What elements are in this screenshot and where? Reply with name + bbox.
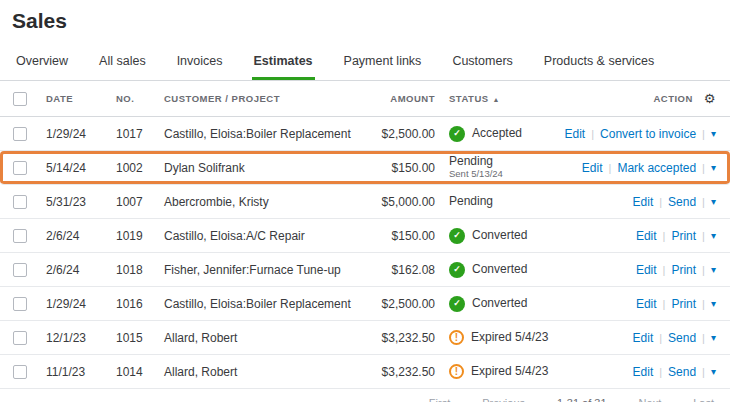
row-actions: Edit|Print|▾ [565,263,730,277]
action-separator: | [663,264,666,276]
action-dropdown-caret-icon[interactable]: ▾ [711,366,716,377]
row-amount: $2,500.00 [360,297,445,311]
action-dropdown-caret-icon[interactable]: ▾ [711,264,716,275]
tab-customers[interactable]: Customers [450,46,514,80]
converted-check-icon: ✓ [449,296,465,312]
action-send[interactable]: Send [668,331,696,345]
converted-check-icon: ✓ [449,228,465,244]
action-edit[interactable]: Edit [636,229,657,243]
action-dropdown-caret-icon[interactable]: ▾ [711,196,716,207]
row-status: ✓ Accepted [445,126,565,142]
action-separator: | [659,196,662,208]
action-print[interactable]: Print [671,263,696,277]
action-separator: | [663,298,666,310]
tab-estimates[interactable]: Estimates [252,46,315,80]
action-mark-accepted[interactable]: Mark accepted [617,161,696,175]
action-separator: | [702,298,705,310]
action-edit[interactable]: Edit [633,365,654,379]
row-checkbox[interactable] [13,161,27,175]
pagination-first[interactable]: First [429,397,450,402]
pagination-previous[interactable]: Previous [482,397,525,402]
row-checkbox[interactable] [13,195,27,209]
row-status: ✓ Converted [445,262,565,278]
tab-overview[interactable]: Overview [14,46,70,80]
pagination-range: 1-31 of 31 [557,397,607,402]
action-send[interactable]: Send [668,365,696,379]
pagination-last[interactable]: Last [693,397,714,402]
action-separator: | [663,230,666,242]
action-convert-to-invoice[interactable]: Convert to invoice [600,127,696,141]
gear-icon[interactable]: ⚙ [704,91,716,106]
row-customer: Castillo, Eloisa:Boiler Replacement [160,127,360,141]
action-edit[interactable]: Edit [636,263,657,277]
status-label: Expired 5/4/23 [471,331,548,345]
row-actions: Edit|Print|▾ [565,297,730,311]
row-date: 1/29/24 [42,297,112,311]
row-customer: Castillo, Eloisa:Boiler Replacement [160,297,360,311]
column-header-date[interactable]: DATE [42,93,112,104]
action-dropdown-caret-icon[interactable]: ▾ [711,298,716,309]
row-number: 1018 [112,263,160,277]
action-dropdown-caret-icon[interactable]: ▾ [711,332,716,343]
row-checkbox[interactable] [13,127,27,141]
column-header-customer[interactable]: CUSTOMER / PROJECT [160,93,360,104]
table-row[interactable]: 1/29/24 1016 Castillo, Eloisa:Boiler Rep… [0,287,730,321]
action-edit[interactable]: Edit [565,127,586,141]
row-actions: Edit|Print|▾ [565,229,730,243]
tab-products-services[interactable]: Products & services [542,46,656,80]
expired-warning-icon: ! [449,330,464,345]
row-number: 1017 [112,127,160,141]
action-separator: | [591,128,594,140]
action-separator: | [702,230,705,242]
row-checkbox[interactable] [13,229,27,243]
accepted-check-icon: ✓ [449,126,465,142]
row-number: 1016 [112,297,160,311]
row-number: 1019 [112,229,160,243]
status-label: Converted [472,297,527,311]
action-dropdown-caret-icon[interactable]: ▾ [711,128,716,139]
row-amount: $162.08 [360,263,445,277]
row-date: 1/29/24 [42,127,112,141]
select-all-checkbox[interactable] [13,92,27,106]
table-row[interactable]: 12/1/23 1015 Allard, Robert $3,232.50 ! … [0,321,730,355]
row-amount: $2,500.00 [360,127,445,141]
table-row[interactable]: 5/31/23 1007 Abercrombie, Kristy $5,000.… [0,185,730,219]
table-row[interactable]: 2/6/24 1018 Fisher, Jennifer:Furnace Tun… [0,253,730,287]
action-edit[interactable]: Edit [636,297,657,311]
status-label: Expired 5/4/23 [471,365,548,379]
tab-payment-links[interactable]: Payment links [342,46,424,80]
action-dropdown-caret-icon[interactable]: ▾ [711,230,716,241]
column-header-no[interactable]: NO. [112,93,160,104]
table-row[interactable]: 1/29/24 1017 Castillo, Eloisa:Boiler Rep… [0,117,730,151]
row-customer: Allard, Robert [160,331,360,345]
status-subtext: Sent 5/13/24 [449,169,503,180]
action-edit[interactable]: Edit [633,331,654,345]
column-header-amount[interactable]: AMOUNT [360,93,445,104]
action-print[interactable]: Print [671,229,696,243]
row-number: 1007 [112,195,160,209]
table-row[interactable]: 5/14/24 1002 Dylan Solifrank $150.00 Pen… [0,151,730,185]
pagination-next[interactable]: Next [639,397,662,402]
action-send[interactable]: Send [668,195,696,209]
action-separator: | [702,366,705,378]
tab-invoices[interactable]: Invoices [175,46,225,80]
row-date: 5/14/24 [42,161,112,175]
row-checkbox[interactable] [13,331,27,345]
row-checkbox[interactable] [13,263,27,277]
action-edit[interactable]: Edit [582,161,603,175]
action-edit[interactable]: Edit [633,195,654,209]
table-row[interactable]: 2/6/24 1019 Castillo, Eloisa:A/C Repair … [0,219,730,253]
action-print[interactable]: Print [671,297,696,311]
tab-all-sales[interactable]: All sales [97,46,148,80]
row-checkbox[interactable] [13,365,27,379]
converted-check-icon: ✓ [449,262,465,278]
expired-warning-icon: ! [449,364,464,379]
row-customer: Castillo, Eloisa:A/C Repair [160,229,360,243]
table-row[interactable]: 11/1/23 1014 Allard, Robert $3,232.50 ! … [0,355,730,389]
row-status: Pending [445,195,565,209]
row-actions: Edit|Send|▾ [565,331,730,345]
row-checkbox[interactable] [13,297,27,311]
action-dropdown-caret-icon[interactable]: ▾ [711,162,716,173]
column-header-status[interactable]: STATUS▲ [445,93,565,104]
status-label: Accepted [472,127,522,141]
